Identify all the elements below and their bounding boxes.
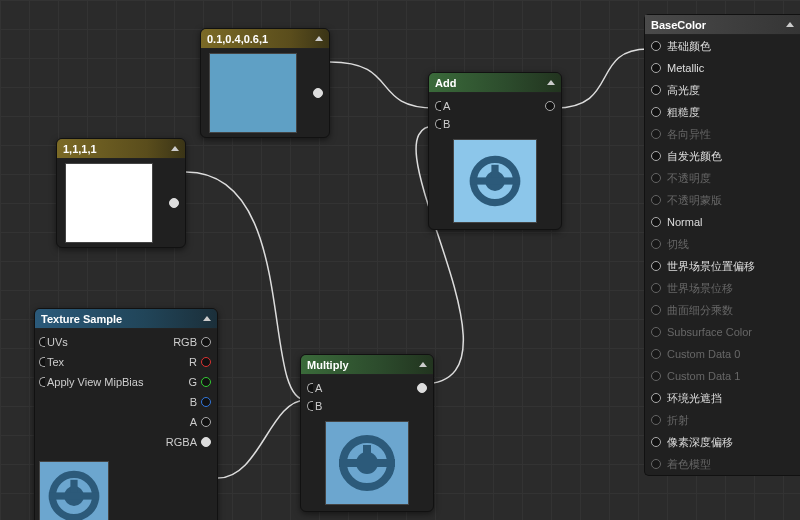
input-pin[interactable] xyxy=(651,85,661,95)
input-pin[interactable] xyxy=(651,437,661,447)
result-preview xyxy=(453,139,537,223)
material-input-row: 切线 xyxy=(645,233,800,255)
output-pin-rgba[interactable] xyxy=(201,437,211,447)
input-pin[interactable] xyxy=(651,107,661,117)
material-input-row: 着色模型 xyxy=(645,453,800,475)
input-pin xyxy=(651,415,661,425)
pin-label: A xyxy=(315,382,322,394)
input-pin[interactable] xyxy=(651,217,661,227)
collapse-icon[interactable] xyxy=(547,80,555,85)
color-preview xyxy=(209,53,297,133)
node-add[interactable]: Add A B xyxy=(428,72,562,230)
pin-label: RGBA xyxy=(166,436,197,448)
row-label: Subsurface Color xyxy=(667,326,752,338)
node-title: 1,1,1,1 xyxy=(63,143,97,155)
node-title: 0.1,0.4,0.6,1 xyxy=(207,33,268,45)
output-pin-rgb[interactable] xyxy=(201,337,211,347)
node-constant-color[interactable]: 0.1,0.4,0.6,1 xyxy=(200,28,330,138)
output-pin[interactable] xyxy=(417,383,427,393)
row-label: 像素深度偏移 xyxy=(667,435,733,450)
material-output-panel[interactable]: BaseColor 基础颜色Metallic高光度粗糙度各向异性自发光颜色不透明… xyxy=(644,14,800,476)
input-pin xyxy=(651,327,661,337)
material-input-row[interactable]: 高光度 xyxy=(645,79,800,101)
collapse-icon[interactable] xyxy=(419,362,427,367)
row-label: 自发光颜色 xyxy=(667,149,722,164)
material-input-row: 不透明蒙版 xyxy=(645,189,800,211)
material-input-row: 世界场景位移 xyxy=(645,277,800,299)
material-input-row[interactable]: 世界场景位置偏移 xyxy=(645,255,800,277)
row-label: 高光度 xyxy=(667,83,700,98)
material-input-row: 不透明度 xyxy=(645,167,800,189)
input-pin-tex[interactable] xyxy=(39,357,45,367)
pin-label: B xyxy=(443,118,450,130)
input-pin xyxy=(651,305,661,315)
node-texture-sample[interactable]: Texture Sample UVs RGB Tex R Apply View … xyxy=(34,308,218,520)
collapse-icon[interactable] xyxy=(171,146,179,151)
node-header[interactable]: Texture Sample xyxy=(35,309,217,329)
input-pin-b[interactable] xyxy=(435,119,441,129)
input-pin xyxy=(651,173,661,183)
material-input-row[interactable]: 像素深度偏移 xyxy=(645,431,800,453)
node-multiply[interactable]: Multiply A B xyxy=(300,354,434,512)
input-pin xyxy=(651,349,661,359)
output-pin-a[interactable] xyxy=(201,417,211,427)
row-label: 折射 xyxy=(667,413,689,428)
pin-label: A xyxy=(443,100,450,112)
material-input-row[interactable]: 自发光颜色 xyxy=(645,145,800,167)
output-pin-b[interactable] xyxy=(201,397,211,407)
input-pin[interactable] xyxy=(651,261,661,271)
material-input-row[interactable]: 粗糙度 xyxy=(645,101,800,123)
row-label: 环境光遮挡 xyxy=(667,391,722,406)
collapse-icon[interactable] xyxy=(315,36,323,41)
row-label: 不透明蒙版 xyxy=(667,193,722,208)
input-pin-mip[interactable] xyxy=(39,377,45,387)
pin-label: G xyxy=(188,376,197,388)
input-pin-a[interactable] xyxy=(307,383,313,393)
pin-label: Tex xyxy=(47,356,64,368)
pin-label: Apply View MipBias xyxy=(47,376,143,388)
output-pin[interactable] xyxy=(313,88,323,98)
material-input-row: Custom Data 1 xyxy=(645,365,800,387)
material-input-row: Custom Data 0 xyxy=(645,343,800,365)
row-label: 各向异性 xyxy=(667,127,711,142)
output-pin[interactable] xyxy=(545,101,555,111)
input-pin-uvs[interactable] xyxy=(39,337,45,347)
node-header[interactable]: 1,1,1,1 xyxy=(57,139,185,159)
material-input-row: 各向异性 xyxy=(645,123,800,145)
input-pin xyxy=(651,239,661,249)
material-input-row[interactable]: 环境光遮挡 xyxy=(645,387,800,409)
output-pin-r[interactable] xyxy=(201,357,211,367)
input-pin-b[interactable] xyxy=(307,401,313,411)
material-input-row[interactable]: Metallic xyxy=(645,57,800,79)
color-preview xyxy=(65,163,153,243)
output-pin[interactable] xyxy=(169,198,179,208)
material-input-row[interactable]: Normal xyxy=(645,211,800,233)
row-label: 着色模型 xyxy=(667,457,711,472)
input-pin xyxy=(651,283,661,293)
row-label: 粗糙度 xyxy=(667,105,700,120)
node-header[interactable]: 0.1,0.4,0.6,1 xyxy=(201,29,329,49)
row-label: 基础颜色 xyxy=(667,39,711,54)
input-pin[interactable] xyxy=(651,151,661,161)
collapse-icon[interactable] xyxy=(786,22,794,27)
node-header[interactable]: Add xyxy=(429,73,561,93)
node-title: Texture Sample xyxy=(41,313,122,325)
collapse-icon[interactable] xyxy=(203,316,211,321)
input-pin-a[interactable] xyxy=(435,101,441,111)
node-title: Add xyxy=(435,77,456,89)
row-label: 不透明度 xyxy=(667,171,711,186)
input-pin[interactable] xyxy=(651,393,661,403)
input-pin[interactable] xyxy=(651,41,661,51)
node-constant-1111[interactable]: 1,1,1,1 xyxy=(56,138,186,248)
wheel-icon xyxy=(470,156,520,206)
wheel-icon xyxy=(49,471,99,520)
material-input-row[interactable]: 基础颜色 xyxy=(645,35,800,57)
output-pin-g[interactable] xyxy=(201,377,211,387)
node-header[interactable]: Multiply xyxy=(301,355,433,375)
panel-header[interactable]: BaseColor xyxy=(645,15,800,35)
row-label: Metallic xyxy=(667,62,704,74)
wheel-icon xyxy=(339,435,395,491)
input-pin[interactable] xyxy=(651,63,661,73)
pin-label: UVs xyxy=(47,336,68,348)
row-label: 世界场景位置偏移 xyxy=(667,259,755,274)
